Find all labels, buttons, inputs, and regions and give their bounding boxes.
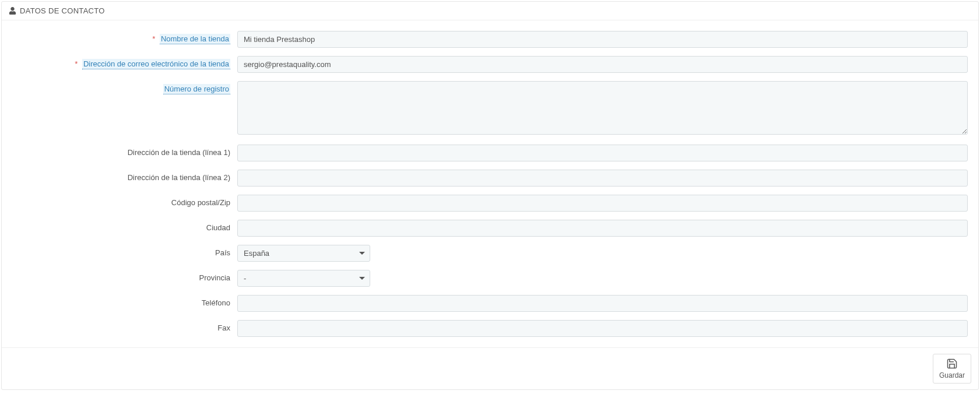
input-registration-number[interactable] (237, 81, 968, 135)
select-state[interactable]: - (237, 270, 370, 287)
panel-footer: Guardar (2, 347, 978, 389)
label-address1: Dirección de la tienda (línea 1) (9, 145, 237, 157)
field-postcode: Código postal/Zip (9, 195, 971, 212)
input-address2[interactable] (237, 170, 968, 187)
field-shop-email: * Dirección de correo electrónico de la … (9, 56, 971, 73)
label-fax: Fax (9, 320, 237, 332)
contact-details-panel: DATOS DE CONTACTO * Nombre de la tienda … (1, 1, 979, 390)
label-postcode: Código postal/Zip (9, 195, 237, 207)
save-button-label: Guardar (939, 371, 965, 379)
label-shop-name: * Nombre de la tienda (9, 31, 237, 43)
input-phone[interactable] (237, 295, 968, 312)
label-country: País (9, 245, 237, 257)
label-city: Ciudad (9, 220, 237, 232)
panel-body: * Nombre de la tienda * Dirección de cor… (2, 20, 978, 347)
label-state: Provincia (9, 270, 237, 282)
input-city[interactable] (237, 220, 968, 237)
save-button[interactable]: Guardar (933, 354, 971, 384)
label-address2: Dirección de la tienda (línea 2) (9, 170, 237, 182)
field-city: Ciudad (9, 220, 971, 237)
field-phone: Teléfono (9, 295, 971, 312)
field-shop-name: * Nombre de la tienda (9, 31, 971, 48)
required-indicator: * (75, 59, 78, 68)
label-phone: Teléfono (9, 295, 237, 307)
label-shop-email: * Dirección de correo electrónico de la … (9, 56, 237, 68)
save-icon (946, 358, 958, 370)
input-shop-name[interactable] (237, 31, 968, 48)
field-fax: Fax (9, 320, 971, 337)
input-shop-email[interactable] (237, 56, 968, 73)
label-registration-number: Número de registro (9, 81, 237, 93)
field-state: Provincia - (9, 270, 971, 287)
field-registration-number: Número de registro (9, 81, 971, 136)
select-country[interactable]: España (237, 245, 370, 262)
input-postcode[interactable] (237, 195, 968, 212)
panel-heading: DATOS DE CONTACTO (2, 2, 978, 20)
required-indicator: * (152, 34, 155, 43)
input-fax[interactable] (237, 320, 968, 337)
input-address1[interactable] (237, 145, 968, 161)
field-address1: Dirección de la tienda (línea 1) (9, 145, 971, 161)
field-address2: Dirección de la tienda (línea 2) (9, 170, 971, 187)
user-icon (9, 7, 16, 15)
panel-title: DATOS DE CONTACTO (20, 6, 105, 15)
field-country: País España (9, 245, 971, 262)
